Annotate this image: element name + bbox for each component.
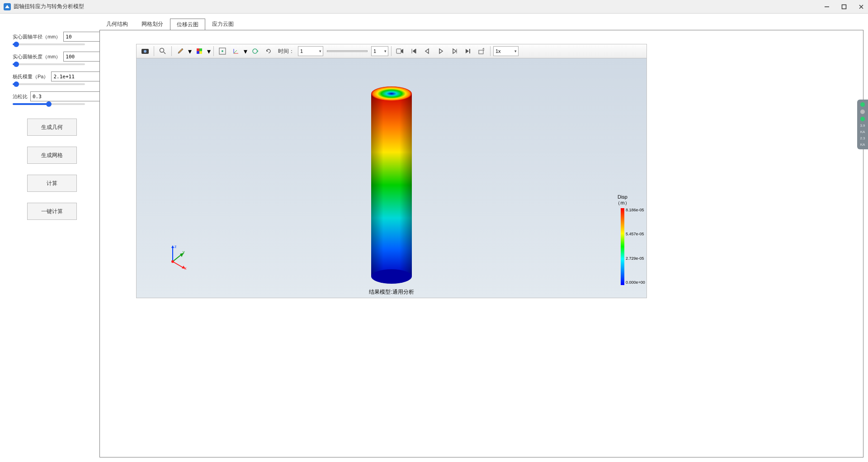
export-icon[interactable] (476, 45, 487, 57)
svg-rect-10 (199, 48, 202, 51)
tab-mesh[interactable]: 网格划分 (135, 18, 170, 30)
legend-tick: 5.457e-05 (626, 232, 645, 236)
performance-widget[interactable]: 3.9 KA 2.3 KA (857, 100, 868, 149)
svg-rect-12 (199, 51, 202, 54)
poisson-label: 泊松比 (13, 93, 28, 100)
brush-dropdown[interactable]: ▾ (188, 45, 192, 57)
axes-toggle-icon[interactable] (230, 45, 242, 57)
generate-mesh-button[interactable]: 生成网格 (27, 147, 77, 164)
tab-displacement[interactable]: 位移云图 (170, 19, 205, 30)
svg-rect-2 (842, 5, 846, 9)
app-icon (4, 3, 11, 10)
generate-geometry-button[interactable]: 生成几何 (27, 119, 77, 136)
play-icon[interactable] (435, 45, 447, 57)
perf-value-2: 2.3 (860, 137, 865, 140)
one-click-compute-button[interactable]: 一键计算 (27, 203, 77, 220)
reset-view-icon[interactable] (263, 45, 274, 57)
svg-rect-24 (371, 94, 412, 276)
radius-slider[interactable] (13, 43, 85, 45)
svg-marker-28 (171, 245, 174, 248)
time-label: 时间： (278, 48, 294, 55)
titlebar: 圆轴扭转应力与转角分析模型 (0, 0, 868, 14)
result-model (369, 86, 414, 286)
length-slider[interactable] (13, 63, 85, 65)
status-dot-icon (860, 102, 865, 107)
screenshot-icon[interactable] (139, 45, 151, 57)
fit-view-icon[interactable] (217, 45, 228, 57)
legend-bar (621, 208, 624, 285)
tab-stress[interactable]: 应力云图 (205, 18, 241, 30)
svg-rect-19 (396, 49, 401, 53)
svg-text:z: z (175, 244, 177, 249)
svg-rect-11 (197, 51, 199, 54)
status-dot-icon (860, 117, 865, 121)
perf-value-1: 3.9 (860, 124, 865, 128)
legend-title: Disp (607, 194, 638, 200)
rotate-view-icon[interactable] (249, 45, 261, 57)
legend-ticks: 8.186e-05 5.457e-05 2.729e-05 0.000e+00 (626, 208, 645, 285)
length-label: 实心圆轴长度（mm） (13, 53, 61, 60)
svg-point-14 (222, 50, 223, 52)
youngs-slider[interactable] (13, 83, 85, 85)
perf-unit-2: KA (860, 143, 865, 147)
svg-line-31 (173, 254, 182, 262)
window-title: 圆轴扭转应力与转角分析模型 (14, 3, 824, 10)
svg-text:y: y (183, 250, 185, 254)
result-caption: 结果模型:通用分析 (369, 288, 414, 296)
frame-select[interactable] (371, 46, 388, 56)
legend-unit: （m） (607, 200, 638, 206)
step-forward-icon[interactable] (448, 45, 460, 57)
zoom-icon[interactable] (157, 45, 169, 57)
radius-label: 实心圆轴半径（mm） (13, 33, 61, 40)
compute-button[interactable]: 计算 (27, 175, 77, 192)
cube-color-icon[interactable] (193, 45, 205, 57)
legend-tick: 8.186e-05 (626, 208, 645, 212)
skip-start-icon[interactable] (408, 45, 420, 57)
svg-point-25 (371, 269, 412, 284)
poisson-slider[interactable] (13, 103, 85, 105)
cube-color-dropdown[interactable]: ▾ (207, 45, 211, 57)
speed-select[interactable] (493, 46, 519, 56)
perf-unit-1: KA (860, 130, 865, 134)
svg-line-17 (234, 50, 237, 53)
status-dot-icon (860, 110, 865, 114)
svg-rect-9 (197, 48, 199, 51)
legend-tick: 0.000e+00 (626, 280, 645, 285)
legend-tick: 2.729e-05 (626, 256, 645, 261)
svg-point-33 (171, 260, 174, 263)
skip-end-icon[interactable] (462, 45, 474, 57)
viewport-3d[interactable]: 结果模型:通用分析 z y x Disp （m (136, 58, 647, 298)
svg-line-8 (164, 52, 165, 54)
close-button[interactable] (858, 4, 864, 10)
view-panel: ▾ ▾ ▾ 时间： (99, 30, 863, 457)
viewport-toolbar: ▾ ▾ ▾ 时间： (136, 44, 647, 58)
poisson-input[interactable] (30, 91, 101, 101)
svg-line-29 (173, 262, 184, 268)
minimize-button[interactable] (824, 4, 830, 10)
window-controls (824, 4, 864, 10)
tab-geometry[interactable]: 几何结构 (99, 18, 135, 30)
youngs-label: 杨氏模量（Pa） (13, 73, 48, 80)
content-area: 几何结构 网格划分 位移云图 应力云图 ▾ ▾ ▾ (99, 18, 863, 457)
svg-point-6 (144, 50, 146, 53)
step-back-icon[interactable] (421, 45, 433, 57)
time-select[interactable] (298, 46, 323, 56)
svg-point-18 (253, 49, 257, 53)
parameter-sidebar: 实心圆轴半径（mm） 实心圆轴长度（mm） 杨氏模量（Pa） 泊松比 生成几何 … (5, 18, 99, 457)
maximize-button[interactable] (841, 4, 847, 10)
svg-point-7 (160, 48, 164, 52)
record-icon[interactable] (394, 45, 406, 57)
svg-text:x: x (184, 266, 187, 271)
svg-rect-22 (479, 50, 483, 54)
brush-icon[interactable] (175, 45, 186, 57)
view-tabs: 几何结构 网格划分 位移云图 应力云图 (99, 18, 863, 30)
axis-triad: z y x (164, 243, 191, 271)
time-slider[interactable] (327, 50, 368, 52)
color-legend: Disp （m） 8.186e-05 5.457e-05 2.729e-05 0… (607, 194, 638, 285)
axes-dropdown[interactable]: ▾ (244, 45, 247, 57)
svg-point-26 (371, 86, 412, 101)
